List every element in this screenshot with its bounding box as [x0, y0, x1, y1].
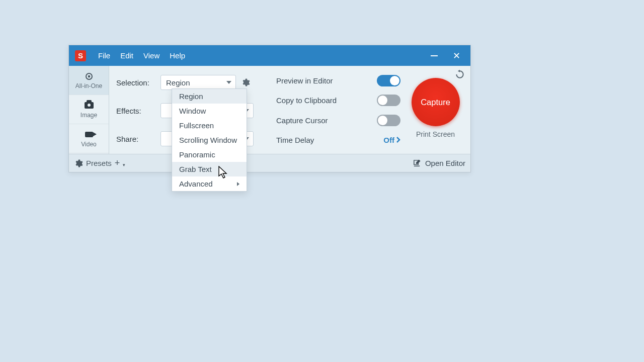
- selection-option-grab-text[interactable]: Grab Text: [172, 162, 247, 176]
- app-logo-icon: S: [75, 50, 86, 61]
- selection-dropdown-menu: Region Window Fullscreen Scrolling Windo…: [172, 88, 247, 192]
- minimize-button[interactable]: [423, 45, 445, 66]
- video-icon: [84, 130, 94, 140]
- edit-icon: [413, 159, 421, 167]
- chevron-right-icon: [396, 137, 400, 143]
- selection-option-advanced[interactable]: Advanced: [172, 176, 247, 191]
- cursor-label: Capture Cursor: [276, 116, 328, 125]
- selection-option-panoramic[interactable]: Panoramic: [172, 147, 247, 162]
- tab-label: Video: [81, 141, 96, 148]
- selection-label: Selection:: [116, 78, 156, 87]
- chevron-down-icon: [226, 81, 231, 84]
- cursor-toggle[interactable]: [377, 115, 400, 126]
- open-editor-button[interactable]: Open Editor: [413, 159, 465, 167]
- camera-icon: [84, 101, 94, 111]
- selection-option-window[interactable]: Window: [172, 104, 247, 118]
- menu-help[interactable]: Help: [166, 49, 189, 62]
- titlebar: S File Edit View Help ✕: [69, 45, 470, 66]
- minimize-icon: [431, 55, 438, 56]
- time-delay-button[interactable]: Off: [383, 136, 400, 144]
- window-controls: ✕: [423, 45, 467, 66]
- tab-label: Image: [80, 112, 97, 119]
- capture-shortcut: Print Screen: [416, 130, 455, 138]
- reset-button[interactable]: [454, 69, 465, 80]
- selection-value: Region: [166, 78, 190, 87]
- tab-image[interactable]: Image: [69, 95, 109, 124]
- chevron-right-icon: [237, 182, 239, 186]
- app-window: S File Edit View Help ✕ All-in-One: [68, 45, 471, 172]
- chevron-down-icon: ▾: [123, 162, 125, 167]
- options-panel: Preview in Editor Copy to Clipboard Capt…: [270, 66, 470, 154]
- time-delay-label: Time Delay: [276, 136, 314, 144]
- share-label: Share:: [116, 135, 156, 143]
- selection-settings-button[interactable]: [240, 77, 251, 88]
- clipboard-label: Copy to Clipboard: [276, 96, 337, 105]
- menu-file[interactable]: File: [94, 49, 114, 62]
- footer: Presets + ▾ Open Editor: [69, 154, 470, 172]
- selection-dropdown[interactable]: Region: [160, 75, 236, 90]
- mode-tabs: All-in-One Image Video: [69, 66, 109, 154]
- effects-label: Effects:: [116, 107, 156, 115]
- presets-button[interactable]: Presets + ▾: [74, 158, 125, 168]
- selection-option-scrolling-window[interactable]: Scrolling Window: [172, 133, 247, 147]
- preview-label: Preview in Editor: [276, 76, 333, 85]
- open-editor-label: Open Editor: [425, 159, 465, 167]
- gear-icon: [74, 159, 83, 168]
- menu-view[interactable]: View: [139, 49, 164, 62]
- presets-label: Presets: [86, 159, 112, 167]
- tab-label: All-in-One: [75, 82, 102, 89]
- all-in-one-icon: [84, 71, 94, 81]
- main-panel: All-in-One Image Video Selection: Region: [69, 66, 470, 154]
- clipboard-toggle[interactable]: [377, 95, 400, 106]
- close-button[interactable]: ✕: [445, 45, 467, 66]
- menubar: File Edit View Help: [94, 49, 423, 62]
- tab-video[interactable]: Video: [69, 124, 109, 153]
- tab-all-in-one[interactable]: All-in-One: [69, 66, 109, 95]
- selection-option-region[interactable]: Region: [172, 89, 247, 104]
- undo-icon: [455, 69, 465, 79]
- close-icon: ✕: [453, 50, 460, 61]
- gear-icon: [241, 78, 250, 87]
- plus-icon: +: [115, 158, 120, 168]
- capture-button[interactable]: Capture: [412, 78, 460, 126]
- time-delay-value: Off: [383, 136, 394, 144]
- selection-option-fullscreen[interactable]: Fullscreen: [172, 118, 247, 133]
- preview-toggle[interactable]: [377, 75, 400, 86]
- menu-edit[interactable]: Edit: [116, 49, 137, 62]
